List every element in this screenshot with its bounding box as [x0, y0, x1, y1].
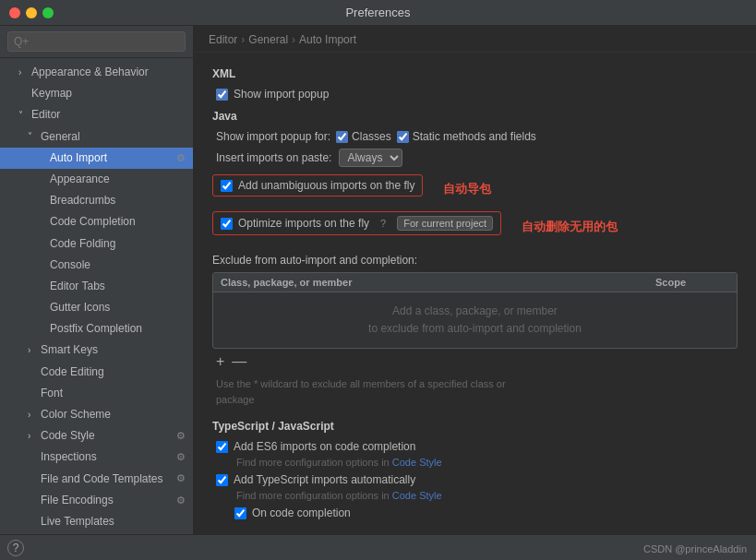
remove-exclude-button[interactable]: — — [232, 354, 246, 369]
java-section-title: Java — [212, 110, 738, 123]
sidebar-item-code-folding[interactable]: Code Folding — [0, 233, 193, 255]
classes-checkbox[interactable] — [336, 131, 348, 143]
on-code-completion-row: On code completion — [212, 506, 738, 519]
xml-section-title: XML — [212, 67, 738, 80]
insert-imports-label: Insert imports on paste: — [216, 151, 331, 164]
chevron-down-icon: ˅ — [28, 129, 37, 144]
sidebar-item-code-style[interactable]: › Code Style ⚙ — [0, 425, 193, 447]
add-es6-checkbox[interactable] — [216, 441, 228, 453]
add-unambiguous-row: Add unambiguous imports on the fly — [212, 174, 423, 197]
search-input[interactable] — [7, 31, 186, 52]
chevron-right-icon: › — [28, 429, 37, 444]
settings-badge-icon: ⚙ — [176, 449, 186, 466]
window-controls — [9, 7, 54, 18]
sidebar-item-auto-import[interactable]: Auto Import ⚙ — [0, 148, 193, 169]
add-unambiguous-checkbox[interactable] — [221, 180, 233, 192]
table-header: Class, package, or member Scope — [213, 273, 737, 292]
sidebar-item-inspections[interactable]: Inspections ⚙ — [0, 447, 193, 468]
sidebar-item-editor[interactable]: ˅ Editor — [0, 104, 193, 125]
typescript-section: TypeScript / JavaScript Add ES6 imports … — [212, 420, 738, 519]
chevron-right-icon: › — [28, 408, 37, 423]
sidebar-item-gutter-icons[interactable]: Gutter Icons — [0, 297, 193, 318]
breadcrumb-auto-import: Auto Import — [299, 33, 356, 46]
static-methods-checkbox[interactable] — [397, 131, 409, 143]
watermark: CSDN @princeAladdin — [643, 543, 747, 554]
table-body: Add a class, package, or member to exclu… — [213, 292, 737, 348]
sidebar-item-smart-keys[interactable]: › Smart Keys — [0, 340, 193, 361]
table-actions: + — — [212, 349, 738, 375]
minimize-button[interactable] — [26, 7, 37, 18]
content-scroll: XML Show import popup Java Show import p… — [194, 53, 756, 534]
show-import-popup-row: Show import popup for: Classes Static me… — [212, 130, 738, 143]
sidebar-item-live-templates[interactable]: Live Templates — [0, 511, 193, 532]
xml-show-import-popup-label[interactable]: Show import popup — [216, 88, 329, 101]
sidebar-item-code-completion[interactable]: Code Completion — [0, 211, 193, 232]
search-box — [0, 26, 193, 58]
add-unambiguous-label: Add unambiguous imports on the fly — [238, 179, 414, 192]
classes-label: Classes — [352, 130, 391, 143]
sidebar: › Appearance & Behavior Keymap ˅ Editor … — [0, 26, 194, 534]
breadcrumb-sep2: › — [292, 33, 295, 46]
maximize-button[interactable] — [42, 7, 54, 18]
config-hint-2: Find more configuration options in Code … — [216, 490, 738, 501]
insert-imports-dropdown[interactable]: Always Ask Never — [339, 149, 402, 167]
title-bar: Preferences — [0, 0, 756, 26]
for-current-project-badge: For current project — [397, 216, 493, 231]
typescript-section-title: TypeScript / JavaScript — [212, 420, 738, 433]
chevron-right-icon: › — [28, 343, 37, 358]
sidebar-item-breadcrumbs[interactable]: Breadcrumbs — [0, 190, 193, 211]
optimize-imports-checkbox[interactable] — [221, 218, 233, 230]
sidebar-item-general[interactable]: ˅ General — [0, 126, 193, 148]
sidebar-item-file-encodings[interactable]: File Encodings ⚙ — [0, 490, 193, 511]
sidebar-item-appearance[interactable]: Appearance — [0, 169, 193, 190]
optimize-imports-label: Optimize imports on the fly — [238, 217, 369, 230]
on-code-completion-checkbox[interactable] — [234, 507, 246, 519]
sidebar-item-font[interactable]: Font — [0, 383, 193, 404]
exclude-hint: Use the * wildcard to exclude all member… — [212, 376, 738, 407]
close-button[interactable] — [9, 7, 20, 18]
sidebar-item-postfix-completion[interactable]: Postfix Completion — [0, 318, 193, 340]
annotation-auto-import: 自动导包 — [443, 181, 491, 197]
annotation-auto-delete: 自动删除无用的包 — [522, 219, 618, 235]
nav-tree: › Appearance & Behavior Keymap ˅ Editor … — [0, 58, 193, 534]
help-icon: ? — [380, 218, 386, 229]
col-scope-header: Scope — [655, 277, 729, 288]
add-typescript-label[interactable]: Add TypeScript imports automatically — [216, 473, 415, 486]
add-es6-row: Add ES6 imports on code completion — [212, 440, 738, 453]
config-hint-1: Find more configuration options in Code … — [216, 457, 738, 468]
settings-badge-icon: ⚙ — [176, 493, 186, 509]
chevron-down-icon: ˅ — [18, 108, 28, 123]
breadcrumb-editor: Editor — [209, 33, 237, 46]
xml-show-import-popup-row: Show import popup — [212, 88, 738, 101]
breadcrumb: Editor › General › Auto Import — [194, 26, 756, 53]
chevron-right-icon: › — [18, 66, 28, 80]
main-layout: › Appearance & Behavior Keymap ˅ Editor … — [0, 26, 756, 534]
sidebar-item-code-editing[interactable]: Code Editing — [0, 362, 193, 383]
exclude-table: Class, package, or member Scope Add a cl… — [212, 272, 738, 349]
content-area: Editor › General › Auto Import XML Show … — [194, 26, 756, 534]
sidebar-item-console[interactable]: Console — [0, 255, 193, 276]
config-link-2[interactable]: Code Style — [392, 490, 442, 501]
on-code-completion-label[interactable]: On code completion — [234, 506, 351, 519]
sidebar-item-color-scheme[interactable]: › Color Scheme — [0, 404, 193, 425]
sidebar-item-file-code-templates[interactable]: File and Code Templates ⚙ — [0, 469, 193, 490]
exclude-label: Exclude from auto-import and completion: — [212, 254, 738, 267]
insert-imports-row: Insert imports on paste: Always Ask Neve… — [212, 149, 738, 167]
add-typescript-checkbox[interactable] — [216, 474, 228, 486]
sidebar-item-editor-tabs[interactable]: Editor Tabs — [0, 276, 193, 297]
col-class-header: Class, package, or member — [221, 277, 655, 288]
xml-show-import-popup-checkbox[interactable] — [216, 89, 228, 101]
add-exclude-button[interactable]: + — [216, 354, 224, 369]
help-button[interactable]: ? — [7, 540, 24, 556]
add-typescript-row: Add TypeScript imports automatically — [212, 473, 738, 486]
static-methods-checkbox-group: Static methods and fields — [397, 130, 536, 143]
optimize-imports-row: Optimize imports on the fly ? For curren… — [212, 211, 501, 235]
config-link-1[interactable]: Code Style — [392, 457, 442, 468]
breadcrumb-general: General — [248, 33, 288, 46]
sidebar-item-appearance-behavior[interactable]: › Appearance & Behavior — [0, 62, 193, 83]
add-es6-label[interactable]: Add ES6 imports on code completion — [216, 440, 415, 453]
settings-badge-icon: ⚙ — [176, 471, 186, 487]
settings-badge-icon: ⚙ — [176, 150, 186, 167]
window-title: Preferences — [345, 6, 410, 19]
sidebar-item-keymap[interactable]: Keymap — [0, 83, 193, 104]
